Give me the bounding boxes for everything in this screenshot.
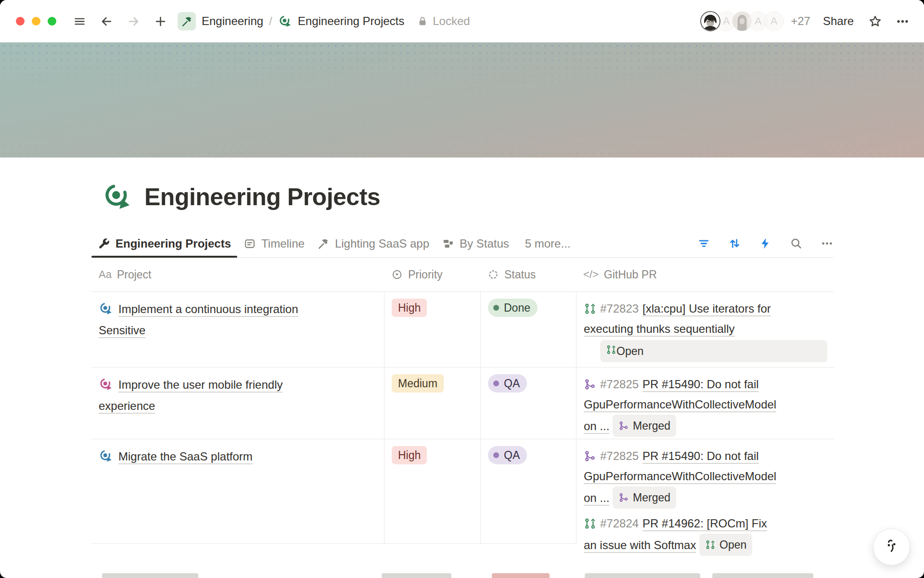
ai-assistant-button[interactable] bbox=[873, 528, 910, 565]
project-cell[interactable]: Implement a continuous integration Sensi… bbox=[91, 292, 384, 367]
clipped-text bbox=[382, 573, 451, 578]
git-pull-request-icon bbox=[705, 539, 716, 550]
pr-title-link[interactable]: an issue with Softmax bbox=[584, 539, 696, 553]
forward-icon[interactable] bbox=[124, 12, 143, 31]
priority-badge: Medium bbox=[392, 374, 444, 393]
git-pull-request-icon bbox=[606, 344, 616, 355]
git-merge-icon bbox=[584, 378, 596, 391]
back-icon[interactable] bbox=[97, 12, 116, 31]
status-cell[interactable]: Done bbox=[480, 292, 576, 367]
sort-icon[interactable] bbox=[728, 237, 741, 250]
pr-title-link[interactable]: [xla:cpu] Use iterators for bbox=[642, 302, 771, 316]
project-cell[interactable]: Migrate the SaaS platform bbox=[91, 439, 384, 544]
app-window: Engineering / Engineering Projects Locke… bbox=[0, 0, 924, 578]
share-button[interactable]: Share bbox=[823, 14, 854, 28]
tab-label: Timeline bbox=[261, 237, 305, 250]
pr-title-link[interactable]: PR #14962: [ROCm] Fix bbox=[642, 517, 767, 531]
avatar[interactable] bbox=[700, 11, 720, 31]
priority-cell[interactable]: High bbox=[384, 292, 480, 367]
pr-title-link[interactable]: PR #15490: Do not fail bbox=[642, 378, 759, 392]
column-header-status[interactable]: Status bbox=[480, 258, 576, 291]
priority-badge: High bbox=[392, 299, 427, 317]
wrench-icon bbox=[98, 237, 110, 250]
more-icon[interactable] bbox=[821, 237, 834, 250]
pr-title-link[interactable]: on ... bbox=[584, 420, 609, 434]
column-header-project[interactable]: Aa Project bbox=[91, 258, 384, 291]
tab-label: By Status bbox=[460, 237, 509, 250]
avatar[interactable]: A bbox=[764, 11, 784, 31]
tab-timeline[interactable]: Timeline bbox=[237, 230, 311, 257]
project-link[interactable]: Improve the user mobile friendly bbox=[118, 378, 282, 393]
view-tabs: Engineering Projects Timeline Lighting S… bbox=[91, 230, 834, 258]
tab-engineering-projects[interactable]: Engineering Projects bbox=[91, 230, 237, 257]
github-pr-cell[interactable]: #72823[xla:cpu] Use iterators for execut… bbox=[576, 292, 834, 367]
table-header-row: Aa Project Priority Status </> GitHub PR bbox=[91, 258, 834, 292]
clipped-badge bbox=[492, 573, 550, 578]
pr-title-link[interactable]: GpuPerformanceWithCollectiveModel bbox=[584, 398, 776, 412]
github-pr-cell[interactable]: #72825PR #15490: Do not fail GpuPerforma… bbox=[576, 368, 834, 439]
page-title-icon[interactable] bbox=[102, 182, 133, 212]
menu-icon[interactable] bbox=[70, 12, 89, 31]
page-title[interactable]: Engineering Projects bbox=[144, 183, 380, 211]
more-tabs-button[interactable]: 5 more... bbox=[525, 237, 571, 250]
minimize-window-button[interactable] bbox=[32, 17, 40, 26]
status-badge: QA bbox=[488, 374, 527, 393]
project-link[interactable]: experience bbox=[99, 399, 155, 414]
clipped-next-row bbox=[91, 571, 834, 578]
lightning-icon[interactable] bbox=[759, 237, 772, 250]
page-cover bbox=[0, 42, 924, 158]
project-cell[interactable]: Improve the user mobile friendly experie… bbox=[91, 368, 384, 439]
breadcrumb-page[interactable]: Engineering Projects bbox=[298, 14, 404, 28]
locked-label: Locked bbox=[433, 14, 470, 28]
window-controls bbox=[16, 17, 56, 26]
tab-by-status[interactable]: By Status bbox=[436, 230, 515, 257]
page-content: Engineering Projects Engineering Project… bbox=[0, 182, 834, 544]
zoom-window-button[interactable] bbox=[48, 17, 56, 26]
pr-title-link[interactable]: PR #15490: Do not fail bbox=[642, 449, 759, 464]
clipped-text bbox=[585, 573, 700, 578]
avatar-overflow-count[interactable]: +27 bbox=[791, 14, 810, 28]
priority-cell[interactable]: High bbox=[384, 439, 480, 544]
filter-icon[interactable] bbox=[697, 237, 710, 250]
project-link[interactable]: Implement a continuous integration bbox=[118, 302, 298, 317]
pr-number: #72825 bbox=[600, 449, 639, 462]
status-badge: QA bbox=[488, 446, 527, 464]
close-window-button[interactable] bbox=[16, 17, 25, 26]
hammer-icon[interactable] bbox=[178, 12, 196, 30]
status-badge: Done bbox=[488, 299, 538, 317]
breadcrumb-workspace[interactable]: Engineering bbox=[202, 14, 263, 28]
pr-title-link[interactable]: executing thunks sequentially bbox=[584, 322, 735, 337]
tab-label: Engineering Projects bbox=[116, 237, 231, 250]
table-row: Improve the user mobile friendly experie… bbox=[91, 368, 834, 439]
project-link[interactable]: Migrate the SaaS platform bbox=[118, 450, 253, 464]
lock-icon bbox=[417, 15, 428, 27]
tab-lighting-saas-app[interactable]: Lighting SaaS app bbox=[311, 230, 436, 257]
tab-label: Lighting SaaS app bbox=[335, 237, 429, 250]
projects-table: Aa Project Priority Status </> GitHub PR bbox=[91, 258, 834, 544]
pr-title-link[interactable]: GpuPerformanceWithCollectiveModel bbox=[584, 470, 776, 484]
more-icon[interactable] bbox=[896, 14, 910, 28]
search-icon[interactable] bbox=[790, 237, 803, 250]
column-header-github-pr[interactable]: </> GitHub PR bbox=[576, 258, 834, 291]
locked-indicator[interactable]: Locked bbox=[417, 14, 470, 28]
clipped-text bbox=[102, 573, 198, 578]
select-property-icon bbox=[391, 269, 403, 280]
github-pr-cell[interactable]: #72825PR #15490: Do not fail GpuPerforma… bbox=[576, 439, 834, 544]
column-header-priority[interactable]: Priority bbox=[384, 258, 480, 291]
status-cell[interactable]: QA bbox=[480, 439, 576, 544]
pr-title-link[interactable]: on ... bbox=[584, 491, 609, 506]
priority-cell[interactable]: Medium bbox=[384, 368, 480, 439]
status-dot bbox=[493, 452, 499, 458]
project-icon bbox=[278, 14, 292, 28]
project-link[interactable]: Sensitive bbox=[99, 324, 145, 338]
status-cell[interactable]: QA bbox=[480, 368, 576, 439]
pr-number: #72824 bbox=[600, 517, 639, 530]
git-pull-request-icon bbox=[584, 302, 596, 315]
hammer-icon bbox=[317, 237, 330, 250]
topbar: Engineering / Engineering Projects Locke… bbox=[0, 0, 924, 42]
text-property-icon: Aa bbox=[99, 268, 112, 281]
git-merge-icon bbox=[584, 450, 596, 462]
favorite-star-icon[interactable] bbox=[868, 14, 882, 28]
new-tab-icon[interactable] bbox=[151, 12, 170, 31]
pr-number: #72825 bbox=[600, 378, 639, 391]
